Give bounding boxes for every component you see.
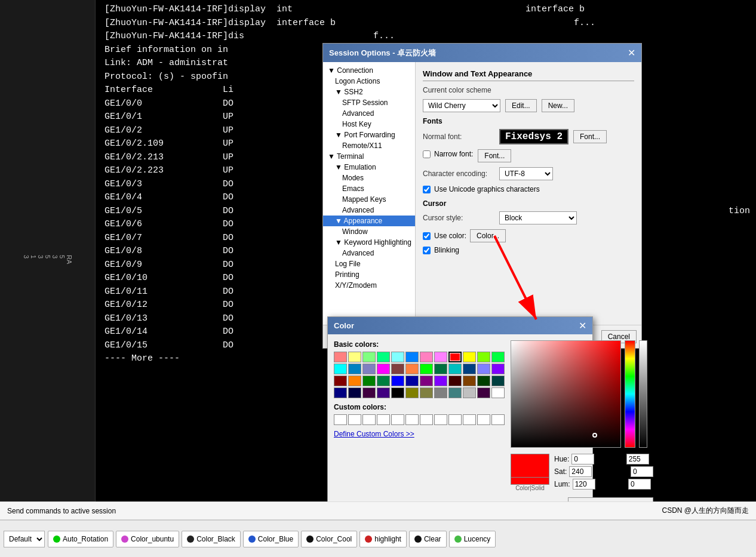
sidebar-item-connection[interactable]: ▼ Connection bbox=[323, 65, 415, 76]
basic-color-swatch-30[interactable] bbox=[420, 376, 433, 386]
encoding-select[interactable]: UTF-8 bbox=[499, 167, 553, 180]
custom-color-swatch-5[interactable] bbox=[405, 414, 419, 425]
blinking-checkbox[interactable] bbox=[423, 247, 431, 254]
narrow-font-button[interactable]: Font... bbox=[478, 149, 511, 162]
use-color-checkbox[interactable] bbox=[423, 232, 431, 240]
custom-color-swatch-3[interactable] bbox=[377, 414, 390, 425]
sidebar-item-x/y/zmodem[interactable]: X/Y/Zmodem bbox=[323, 280, 415, 291]
sidebar-item-emulation[interactable]: ▼ Emulation bbox=[323, 162, 415, 173]
basic-color-swatch-3[interactable] bbox=[377, 352, 390, 362]
sidebar-item-advanced[interactable]: Advanced bbox=[323, 205, 415, 216]
basic-color-swatch-18[interactable] bbox=[420, 364, 433, 374]
basic-color-swatch-40[interactable] bbox=[391, 387, 404, 398]
custom-color-swatch-6[interactable] bbox=[420, 414, 433, 425]
basic-color-swatch-27[interactable] bbox=[377, 376, 390, 386]
green-input[interactable] bbox=[631, 466, 653, 477]
basic-color-swatch-47[interactable] bbox=[491, 387, 505, 398]
font-button[interactable]: Font... bbox=[573, 130, 607, 143]
basic-color-swatch-42[interactable] bbox=[420, 387, 433, 398]
custom-color-swatch-8[interactable] bbox=[448, 414, 462, 425]
sat-input[interactable] bbox=[569, 466, 592, 477]
basic-color-swatch-19[interactable] bbox=[434, 364, 447, 374]
taskbar-item-color_blue[interactable]: Color_Blue bbox=[243, 531, 299, 547]
sidebar-item-mapped-keys[interactable]: Mapped Keys bbox=[323, 194, 415, 205]
basic-color-swatch-2[interactable] bbox=[362, 352, 376, 362]
sidebar-item-advanced[interactable]: Advanced bbox=[323, 108, 415, 119]
basic-color-swatch-8[interactable] bbox=[448, 352, 462, 362]
basic-color-swatch-17[interactable] bbox=[405, 364, 419, 374]
basic-color-swatch-45[interactable] bbox=[463, 387, 476, 398]
sidebar-item-sftp-session[interactable]: SFTP Session bbox=[323, 97, 415, 108]
sidebar-item-host-key[interactable]: Host Key bbox=[323, 119, 415, 130]
basic-color-swatch-22[interactable] bbox=[477, 364, 490, 374]
basic-color-swatch-38[interactable] bbox=[362, 387, 376, 398]
sidebar-item-printing[interactable]: Printing bbox=[323, 269, 415, 280]
taskbar-dropdown[interactable]: Default bbox=[4, 531, 45, 547]
sidebar-item-log-file[interactable]: Log File bbox=[323, 259, 415, 269]
basic-color-swatch-43[interactable] bbox=[434, 387, 447, 398]
basic-color-swatch-25[interactable] bbox=[348, 376, 361, 386]
sidebar-item-remote/x11[interactable]: Remote/X11 bbox=[323, 140, 415, 151]
basic-color-swatch-11[interactable] bbox=[491, 352, 505, 362]
define-custom-colors-link[interactable]: Define Custom Colors >> bbox=[334, 430, 505, 438]
basic-color-swatch-32[interactable] bbox=[448, 376, 462, 386]
blue-input[interactable] bbox=[628, 479, 651, 490]
basic-color-swatch-9[interactable] bbox=[463, 352, 476, 362]
color-button[interactable]: Color... bbox=[470, 229, 506, 242]
basic-color-swatch-7[interactable] bbox=[434, 352, 447, 362]
basic-color-swatch-21[interactable] bbox=[463, 364, 476, 374]
custom-color-swatch-7[interactable] bbox=[434, 414, 447, 425]
lum-input[interactable] bbox=[573, 479, 595, 490]
basic-color-swatch-44[interactable] bbox=[448, 387, 462, 398]
basic-color-swatch-14[interactable] bbox=[362, 364, 376, 374]
sidebar-item-terminal[interactable]: ▼ Terminal bbox=[323, 151, 415, 162]
red-input[interactable] bbox=[626, 454, 649, 464]
basic-color-swatch-13[interactable] bbox=[348, 364, 361, 374]
basic-color-swatch-5[interactable] bbox=[405, 352, 419, 362]
custom-color-swatch-11[interactable] bbox=[491, 414, 505, 425]
taskbar-item-lucency[interactable]: Lucency bbox=[449, 531, 496, 547]
narrow-font-checkbox[interactable] bbox=[423, 150, 431, 158]
taskbar-item-clear[interactable]: Clear bbox=[409, 531, 447, 547]
basic-color-swatch-23[interactable] bbox=[491, 364, 505, 374]
basic-color-swatch-4[interactable] bbox=[391, 352, 404, 362]
basic-color-swatch-16[interactable] bbox=[391, 364, 404, 374]
basic-color-swatch-0[interactable] bbox=[334, 352, 347, 362]
edit-button[interactable]: Edit... bbox=[505, 99, 537, 112]
unicode-checkbox[interactable] bbox=[423, 186, 431, 193]
hue-input[interactable] bbox=[571, 454, 594, 464]
color-dialog-close[interactable]: ✕ bbox=[579, 320, 586, 331]
basic-color-swatch-37[interactable] bbox=[348, 387, 361, 398]
basic-color-grid[interactable] bbox=[334, 352, 505, 398]
custom-color-swatch-2[interactable] bbox=[362, 414, 376, 425]
cursor-style-select[interactable]: Block bbox=[499, 211, 577, 224]
sidebar-item-advanced[interactable]: Advanced bbox=[323, 248, 415, 259]
basic-color-swatch-12[interactable] bbox=[334, 364, 347, 374]
taskbar-item-color_ubuntu[interactable]: Color_ubuntu bbox=[116, 531, 179, 547]
color-scheme-select[interactable]: Wild Cherry bbox=[423, 99, 500, 112]
basic-color-swatch-36[interactable] bbox=[334, 387, 347, 398]
basic-color-swatch-39[interactable] bbox=[377, 387, 390, 398]
sidebar-item-emacs[interactable]: Emacs bbox=[323, 183, 415, 194]
sidebar-item-appearance[interactable]: ▼ Appearance bbox=[323, 216, 415, 226]
custom-color-swatch-4[interactable] bbox=[391, 414, 404, 425]
basic-color-swatch-33[interactable] bbox=[463, 376, 476, 386]
color-gradient[interactable] bbox=[511, 340, 621, 448]
basic-color-swatch-29[interactable] bbox=[405, 376, 419, 386]
basic-color-swatch-15[interactable] bbox=[377, 364, 390, 374]
taskbar-item-highlight[interactable]: highlight bbox=[359, 531, 407, 547]
sidebar-item-modes[interactable]: Modes bbox=[323, 173, 415, 183]
basic-color-swatch-10[interactable] bbox=[477, 352, 490, 362]
basic-color-swatch-24[interactable] bbox=[334, 376, 347, 386]
session-dialog-close[interactable]: ✕ bbox=[628, 47, 635, 59]
basic-color-swatch-28[interactable] bbox=[391, 376, 404, 386]
taskbar-item-color_cool[interactable]: Color_Cool bbox=[301, 531, 357, 547]
basic-color-swatch-20[interactable] bbox=[448, 364, 462, 374]
custom-color-swatch-9[interactable] bbox=[463, 414, 476, 425]
sidebar-item-keyword-highlighting[interactable]: ▼ Keyword Highlighting bbox=[323, 237, 415, 248]
basic-color-swatch-1[interactable] bbox=[348, 352, 361, 362]
sidebar-item-logon-actions[interactable]: Logon Actions bbox=[323, 76, 415, 87]
basic-color-swatch-31[interactable] bbox=[434, 376, 447, 386]
basic-color-swatch-6[interactable] bbox=[420, 352, 433, 362]
basic-color-swatch-46[interactable] bbox=[477, 387, 490, 398]
